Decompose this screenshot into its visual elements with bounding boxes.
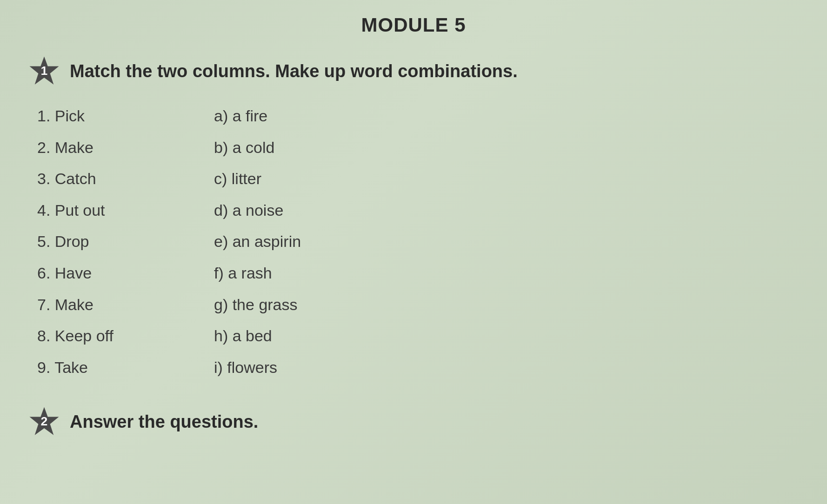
svg-text:2: 2 bbox=[41, 415, 48, 429]
page: MODULE 5 1 Match the two columns. Make u… bbox=[0, 0, 827, 504]
list-item-right: f) a rash bbox=[214, 259, 391, 288]
left-column: 1. Pick 2. Make 3. Catch 4. Put out 5. D… bbox=[37, 101, 214, 382]
list-item-right: e) an aspirin bbox=[214, 227, 391, 257]
list-item: 2. Make bbox=[37, 133, 214, 163]
list-item: 4. Put out bbox=[37, 196, 214, 225]
right-column: a) a fire b) a cold c) litter d) a noise… bbox=[214, 101, 391, 382]
list-item: 7. Make bbox=[37, 290, 214, 320]
exercise2-instruction: Answer the questions. bbox=[70, 412, 258, 432]
list-item: 3. Catch bbox=[37, 164, 214, 194]
exercise2-header: 2 Answer the questions. bbox=[28, 405, 799, 438]
list-item: 6. Have bbox=[37, 259, 214, 288]
list-item-right: h) a bed bbox=[214, 321, 391, 351]
module-title: MODULE 5 bbox=[28, 14, 799, 36]
list-item-keep-off: 8. Keep off bbox=[37, 321, 214, 351]
list-item: 1. Pick bbox=[37, 101, 214, 131]
list-item-right: a) a fire bbox=[214, 101, 391, 131]
list-item-right: d) a noise bbox=[214, 196, 391, 225]
columns-container: 1. Pick 2. Make 3. Catch 4. Put out 5. D… bbox=[37, 101, 799, 382]
exercise1-header: 1 Match the two columns. Make up word co… bbox=[28, 55, 799, 87]
exercise1-star-badge: 1 bbox=[28, 55, 60, 87]
list-item-right: i) flowers bbox=[214, 353, 391, 383]
list-item: 9. Take bbox=[37, 353, 214, 383]
svg-text:1: 1 bbox=[41, 64, 48, 78]
exercise1-instruction: Match the two columns. Make up word comb… bbox=[70, 61, 518, 81]
list-item-right: g) the grass bbox=[214, 290, 391, 320]
list-item-right: c) litter bbox=[214, 164, 391, 194]
list-item-right: b) a cold bbox=[214, 133, 391, 163]
exercise2-star-badge: 2 bbox=[28, 405, 60, 438]
list-item: 5. Drop bbox=[37, 227, 214, 257]
